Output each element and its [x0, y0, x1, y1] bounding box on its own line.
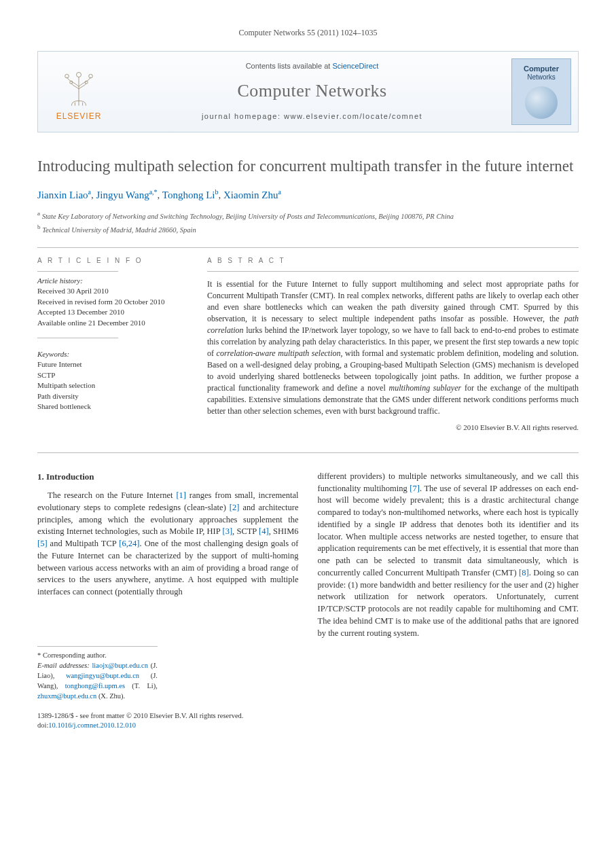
- publisher-name: ELSEVIER: [56, 111, 102, 122]
- publisher-logo-cell: ELSEVIER: [38, 52, 120, 132]
- keyword: Future Internet: [37, 359, 184, 370]
- keyword: Shared bottleneck: [37, 401, 184, 412]
- abstract-column: A B S T R A C T It is essential for the …: [207, 256, 579, 433]
- article-info-column: A R T I C L E I N F O Article history: R…: [37, 256, 184, 433]
- author-link[interactable]: Tonghong Li: [162, 190, 215, 200]
- affiliation-a: a State Key Laboratory of Networking and…: [37, 209, 579, 221]
- svg-point-4: [77, 73, 81, 77]
- doi-label: doi:: [37, 721, 48, 729]
- paper-title: Introducing multipath selection for conc…: [37, 157, 579, 177]
- cover-label-1: Computer: [524, 59, 559, 73]
- header-center: Contents lists available at ScienceDirec…: [120, 52, 505, 132]
- history-accepted: Accepted 13 December 2010: [37, 307, 184, 317]
- divider: [37, 247, 579, 248]
- keyword: Multipath selection: [37, 380, 184, 391]
- abstract-copyright: © 2010 Elsevier B.V. All rights reserved…: [207, 423, 579, 433]
- corresponding-note: * Corresponding author.: [37, 651, 158, 661]
- journal-title: Computer Networks: [237, 79, 386, 103]
- history-online: Available online 21 December 2010: [37, 318, 184, 328]
- sciencedirect-link[interactable]: ScienceDirect: [332, 62, 378, 70]
- article-info-head: A R T I C L E I N F O: [37, 256, 184, 266]
- divider: [37, 271, 118, 272]
- globe-icon: [525, 86, 558, 119]
- keyword: SCTP: [37, 370, 184, 380]
- cover-label-2: Networks: [527, 73, 556, 82]
- author-aff-sup: a: [88, 188, 91, 196]
- contents-prefix: Contents lists available at: [246, 62, 333, 70]
- front-matter-line: 1389-1286/$ - see front matter © 2010 El…: [37, 711, 579, 721]
- author-aff-sup: a,*: [149, 188, 158, 196]
- affiliation-a-text: State Key Laboratory of Networking and S…: [42, 212, 454, 219]
- homepage-line: journal homepage: www.elsevier.com/locat…: [202, 111, 422, 122]
- body-para-1: The research on the Future Internet [1] …: [37, 490, 299, 598]
- author-aff-sup: b: [215, 188, 219, 196]
- divider: [37, 338, 118, 338]
- doi-link[interactable]: 10.1016/j.comnet.2010.12.010: [48, 721, 136, 729]
- doi-block: 1389-1286/$ - see front matter © 2010 El…: [37, 711, 579, 731]
- abstract-text: It is essential for the Future Internet …: [207, 279, 579, 417]
- history-revised: Received in revised form 20 October 2010: [37, 297, 184, 307]
- emails-label: E-mail addresses:: [37, 662, 90, 669]
- body-columns: 1. Introduction The research on the Futu…: [37, 471, 579, 702]
- elsevier-tree-icon: [55, 60, 103, 108]
- section-title-intro: 1. Introduction: [37, 471, 299, 483]
- journal-cover-thumb: Computer Networks: [511, 58, 571, 125]
- journal-header: ELSEVIER Contents lists available at Sci…: [37, 51, 579, 132]
- affiliation-b-text: Technical University of Madrid, Madrid 2…: [42, 226, 196, 233]
- keyword: Path diversity: [37, 391, 184, 401]
- history-head: Article history:: [37, 276, 184, 286]
- abstract-head: A B S T R A C T: [207, 256, 579, 266]
- divider: [207, 271, 579, 272]
- history-received: Received 30 April 2010: [37, 286, 184, 296]
- affiliation-b: b Technical University of Madrid, Madrid…: [37, 223, 579, 235]
- divider: [37, 452, 579, 453]
- info-abstract-row: A R T I C L E I N F O Article history: R…: [37, 256, 579, 433]
- keywords-head: Keywords:: [37, 349, 184, 359]
- author-link[interactable]: Jingyu Wang: [96, 190, 149, 200]
- homepage-prefix: journal homepage:: [202, 112, 284, 120]
- journal-reference: Computer Networks 55 (2011) 1024–1035: [37, 27, 579, 39]
- body-para-2: different providers) to multiple network…: [318, 471, 579, 640]
- author-link[interactable]: Jianxin Liao: [37, 190, 88, 200]
- contents-line: Contents lists available at ScienceDirec…: [246, 61, 379, 71]
- footnotes: * Corresponding author. E-mail addresses…: [37, 646, 158, 702]
- emails-line: E-mail addresses: liaojx@bupt.edu.cn (J.…: [37, 661, 158, 702]
- author-list: Jianxin Liaoa, Jingyu Wanga,*, Tonghong …: [37, 187, 579, 202]
- author-link[interactable]: Xiaomin Zhu: [223, 190, 278, 200]
- homepage-url: www.elsevier.com/locate/comnet: [284, 112, 422, 120]
- author-aff-sup: a: [278, 188, 280, 196]
